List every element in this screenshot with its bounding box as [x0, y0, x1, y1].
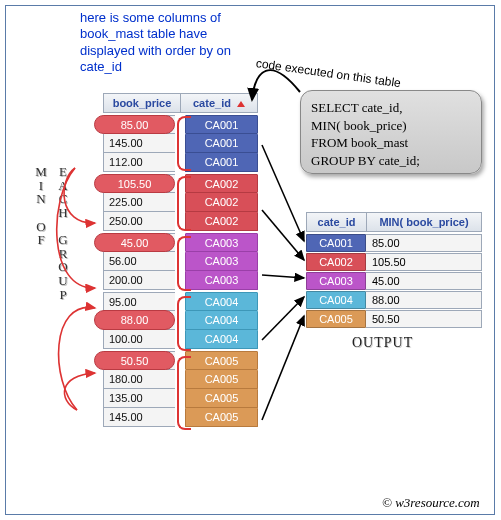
- price-cell: 100.00: [103, 330, 175, 349]
- cate-cell: CA005: [185, 351, 258, 370]
- sort-asc-icon: [237, 101, 245, 107]
- group-bracket: [177, 296, 191, 351]
- cate-cell: CA001: [185, 153, 258, 172]
- output-row: CA002105.50: [306, 253, 482, 271]
- output-row: CA00550.50: [306, 310, 482, 328]
- copyright-text: © w3resource.com: [382, 495, 480, 511]
- cate-cell: CA003: [185, 233, 258, 252]
- out-cate-cell: CA004: [306, 291, 366, 309]
- group-bracket: [177, 356, 191, 430]
- price-cell: 85.00: [103, 115, 175, 134]
- sql-line: SELECT cate_id,: [311, 99, 471, 117]
- price-cell: 95.00: [103, 292, 175, 311]
- price-cell: 105.50: [103, 174, 175, 193]
- explanatory-caption: here is some columns of book_mast table …: [80, 10, 260, 75]
- cate-cell: CA005: [185, 370, 258, 389]
- price-cell: 88.00: [103, 311, 175, 330]
- price-cell: 200.00: [103, 271, 175, 290]
- out-min-cell: 50.50: [366, 310, 482, 328]
- min-highlight-pill: 50.50: [94, 351, 175, 370]
- min-highlight-pill: 45.00: [94, 233, 175, 252]
- out-min-cell: 105.50: [366, 253, 482, 271]
- out-min-cell: 45.00: [366, 272, 482, 290]
- col-cate-id: cate_id: [181, 94, 257, 112]
- out-col-cate-id: cate_id: [307, 213, 367, 231]
- output-table: cate_id MIN( book_price) CA00185.00CA002…: [306, 212, 482, 328]
- out-cate-cell: CA003: [306, 272, 366, 290]
- price-cell: 250.00: [103, 212, 175, 231]
- cate-cell: CA004: [185, 311, 258, 330]
- price-cell: 112.00: [103, 153, 175, 172]
- sql-line: FROM book_mast: [311, 134, 471, 152]
- sql-line: GROUP BY cate_id;: [311, 152, 471, 170]
- sql-code-box: SELECT cate_id, MIN( book_price) FROM bo…: [300, 90, 482, 174]
- min-highlight-pill: 88.00: [94, 310, 175, 330]
- cate-cell: CA001: [185, 115, 258, 134]
- price-cell: 145.00: [103, 134, 175, 153]
- output-label: OUTPUT: [352, 335, 413, 351]
- group-bracket: [177, 116, 191, 171]
- cate-cell: CA005: [185, 389, 258, 408]
- output-row: CA00185.00: [306, 234, 482, 252]
- price-cell: 56.00: [103, 252, 175, 271]
- col-cate-id-label: cate_id: [193, 97, 231, 109]
- price-cell: 45.00: [103, 233, 175, 252]
- cate-cell: CA001: [185, 134, 258, 153]
- out-min-cell: 85.00: [366, 234, 482, 252]
- cate-cell: CA003: [185, 252, 258, 271]
- out-col-min: MIN( book_price): [367, 213, 481, 231]
- output-row: CA00488.00: [306, 291, 482, 309]
- out-cate-cell: CA005: [306, 310, 366, 328]
- min-highlight-pill: 85.00: [94, 115, 175, 134]
- cate-cell: CA005: [185, 408, 258, 427]
- cate-cell: CA003: [185, 271, 258, 290]
- price-cell: 225.00: [103, 193, 175, 212]
- output-row: CA00345.00: [306, 272, 482, 290]
- side-label-each-group: E A C H G R O U P: [48, 165, 78, 301]
- cate-cell: CA004: [185, 330, 258, 349]
- price-cell: 50.50: [103, 351, 175, 370]
- cate-cell: CA002: [185, 212, 258, 231]
- out-cate-cell: CA002: [306, 253, 366, 271]
- price-cell: 180.00: [103, 370, 175, 389]
- group-bracket: [177, 236, 191, 291]
- min-highlight-pill: 105.50: [94, 174, 175, 193]
- out-min-cell: 88.00: [366, 291, 482, 309]
- cate-cell: CA002: [185, 174, 258, 193]
- cate-cell: CA002: [185, 193, 258, 212]
- group-bracket: [177, 176, 191, 231]
- cate-cell: CA004: [185, 292, 258, 311]
- sql-line: MIN( book_price): [311, 117, 471, 135]
- col-book-price: book_price: [104, 94, 181, 112]
- out-cate-cell: CA001: [306, 234, 366, 252]
- price-cell: 145.00: [103, 408, 175, 427]
- input-table-header: book_price cate_id: [103, 93, 258, 113]
- output-table-header: cate_id MIN( book_price): [306, 212, 482, 232]
- price-cell: 135.00: [103, 389, 175, 408]
